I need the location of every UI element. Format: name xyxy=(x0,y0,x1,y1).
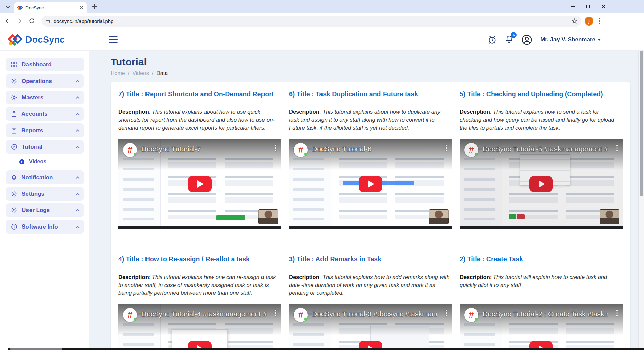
channel-avatar[interactable]: # xyxy=(123,143,137,157)
brand-logo[interactable]: DocSync xyxy=(8,34,65,46)
tutorial-entry: 5) Title : Checking and Uploading (Compl… xyxy=(460,90,623,229)
channel-avatar[interactable]: # xyxy=(294,308,308,322)
sidebar-item-dashboard[interactable]: Dashboard xyxy=(6,58,84,71)
video-title-overlay: # DocSync Tutorial-6 xyxy=(289,139,452,170)
gear-icon xyxy=(11,94,17,101)
youtube-video-embed[interactable]: # DocSync Tutorial-2 : Create Task #task… xyxy=(460,304,623,350)
brand-name: DocSync xyxy=(25,35,65,45)
video-title[interactable]: DocSync Tutorial-6 xyxy=(312,145,437,153)
sidebar-toggle-button[interactable] xyxy=(109,36,118,44)
video-title[interactable]: DocSync Tutorial-5 #taskmanagement #doc.… xyxy=(483,145,608,153)
restore-button[interactable] xyxy=(580,0,596,13)
video-title[interactable]: DocSync Tutorial-7 xyxy=(141,145,267,153)
video-title-overlay: # DocSync Tutorial-3 #docsync #taskmanag… xyxy=(289,304,452,335)
tutorial-title: 3) Title : Add Remarks in Task xyxy=(289,255,452,263)
sidebar-item-label: Masters xyxy=(22,94,43,101)
sidebar-item-accounts[interactable]: Accounts xyxy=(6,107,84,121)
tutorial-description: Description: This tutorial explains abou… xyxy=(289,108,452,132)
video-title-overlay: # DocSync Tutorial-7 xyxy=(118,139,281,170)
sidebar-item-operations[interactable]: Operations xyxy=(6,74,84,88)
channel-avatar[interactable]: # xyxy=(123,308,137,322)
video-title-overlay: # DocSync Tutorial-4 #taskmanagement #do… xyxy=(118,304,281,335)
play-circle-filled-icon xyxy=(19,159,25,165)
tab-close-icon[interactable] xyxy=(79,5,84,11)
video-title[interactable]: DocSync Tutorial-4 #taskmanagement #doc.… xyxy=(141,310,267,318)
sidebar-item-label: Reports xyxy=(21,127,43,134)
sidebar-item-settings[interactable]: Settings xyxy=(6,187,84,201)
alarm-clock-icon[interactable] xyxy=(488,35,497,44)
omnibox[interactable]: docsync.in/app/tutorial.php xyxy=(42,16,581,27)
chevron-up-icon xyxy=(76,113,79,116)
back-button[interactable] xyxy=(3,16,12,26)
app-header: DocSync 6 Mr. Jay V. Shenmare xyxy=(0,29,644,50)
video-menu-dots-icon[interactable] xyxy=(273,144,278,152)
video-menu-dots-icon[interactable] xyxy=(444,309,449,317)
video-title[interactable]: DocSync Tutorial-2 : Create Task #taskma… xyxy=(483,310,608,318)
horizontal-scrollbar[interactable] xyxy=(8,348,644,350)
sidebar-item-tutorial[interactable]: Tutorial xyxy=(6,140,84,154)
youtube-video-embed[interactable]: # DocSync Tutorial-7 xyxy=(118,139,281,229)
tutorial-entry: 4) Title : How to Re-assign / Re-allot a… xyxy=(118,255,281,350)
play-button[interactable] xyxy=(188,176,212,192)
youtube-video-embed[interactable]: # DocSync Tutorial-4 #taskmanagement #do… xyxy=(118,304,281,350)
video-menu-dots-icon[interactable] xyxy=(614,144,620,152)
site-settings-icon[interactable] xyxy=(46,20,50,22)
description-label: Description xyxy=(460,109,490,115)
browser-profile-avatar[interactable]: j xyxy=(585,17,593,26)
breadcrumb-home[interactable]: Home xyxy=(111,70,125,77)
user-menu[interactable]: Mr. Jay V. Shenmare xyxy=(540,36,601,43)
channel-avatar[interactable]: # xyxy=(294,143,308,157)
youtube-video-embed[interactable]: # DocSync Tutorial-6 xyxy=(289,139,452,229)
channel-avatar[interactable]: # xyxy=(464,308,478,322)
description-separator: : xyxy=(149,109,152,115)
sidebar-item-reports[interactable]: Reports xyxy=(6,123,84,137)
video-title[interactable]: DocSync Tutorial-3 #docsync #taskmanage.… xyxy=(312,310,437,318)
forward-button[interactable] xyxy=(15,16,24,26)
sidebar-item-label: Tutorial xyxy=(22,144,42,150)
video-menu-dots-icon[interactable] xyxy=(614,309,620,317)
bookmark-star-icon[interactable] xyxy=(571,18,578,24)
youtube-video-embed[interactable]: # DocSync Tutorial-3 #docsync #taskmanag… xyxy=(289,304,452,350)
favicon-docsync xyxy=(17,5,23,10)
video-menu-dots-icon[interactable] xyxy=(444,144,449,152)
browser-tab[interactable]: DocSync xyxy=(14,2,87,13)
vertical-scrollbar-thumb[interactable] xyxy=(640,39,643,196)
sidebar-item-notification[interactable]: Notification xyxy=(6,170,84,184)
tutorial-entry: 7) Title : Report Shortcuts and On-Deman… xyxy=(118,90,281,229)
url-text[interactable]: docsync.in/app/tutorial.php xyxy=(54,18,571,24)
browser-menu-icon[interactable] xyxy=(596,18,602,24)
vertical-scrollbar[interactable] xyxy=(638,29,644,348)
tutorial-description: Description: This tutorial explains how … xyxy=(289,273,452,297)
video-menu-dots-icon[interactable] xyxy=(273,309,278,317)
thumbnail-taskbar xyxy=(460,226,623,229)
sidebar-item-videos[interactable]: Videos xyxy=(19,156,84,168)
channel-avatar[interactable]: # xyxy=(464,143,478,157)
breadcrumb-videos[interactable]: Videos xyxy=(132,70,149,77)
minimize-button[interactable] xyxy=(565,0,580,13)
user-circle-icon[interactable] xyxy=(521,34,532,45)
channel-symbol: # xyxy=(469,145,474,155)
play-circle-icon xyxy=(11,144,17,150)
header-actions: 6 Mr. Jay V. Shenmare xyxy=(488,29,601,50)
sidebar-item-masters[interactable]: Masters xyxy=(6,91,84,104)
horizontal-scrollbar-thumb[interactable] xyxy=(10,348,62,350)
tutorial-description: Description: This tutorial explains how … xyxy=(460,108,623,132)
tab-title: DocSync xyxy=(25,5,79,10)
sidebar-item-software-info[interactable]: Software Info xyxy=(6,220,84,234)
new-tab-button[interactable] xyxy=(90,2,99,11)
channel-symbol: # xyxy=(127,310,132,320)
tutorial-description: Description: This tutorial explains abou… xyxy=(118,108,281,132)
video-title-overlay: # DocSync Tutorial-5 #taskmanagement #do… xyxy=(460,139,623,170)
chevron-up-icon xyxy=(76,129,79,133)
play-icon xyxy=(197,180,204,188)
youtube-video-embed[interactable]: # DocSync Tutorial-5 #taskmanagement #do… xyxy=(460,139,623,229)
play-button[interactable] xyxy=(359,176,382,192)
play-button[interactable] xyxy=(529,176,553,192)
reload-button[interactable] xyxy=(27,16,36,26)
notifications-button[interactable]: 6 xyxy=(505,35,513,45)
tab-search-button[interactable] xyxy=(3,2,13,12)
close-button[interactable] xyxy=(596,0,611,13)
sidebar-item-user-logs[interactable]: User Logs xyxy=(6,203,84,217)
breadcrumb-current: Data xyxy=(156,70,168,77)
forward-arrow-icon xyxy=(16,18,23,24)
